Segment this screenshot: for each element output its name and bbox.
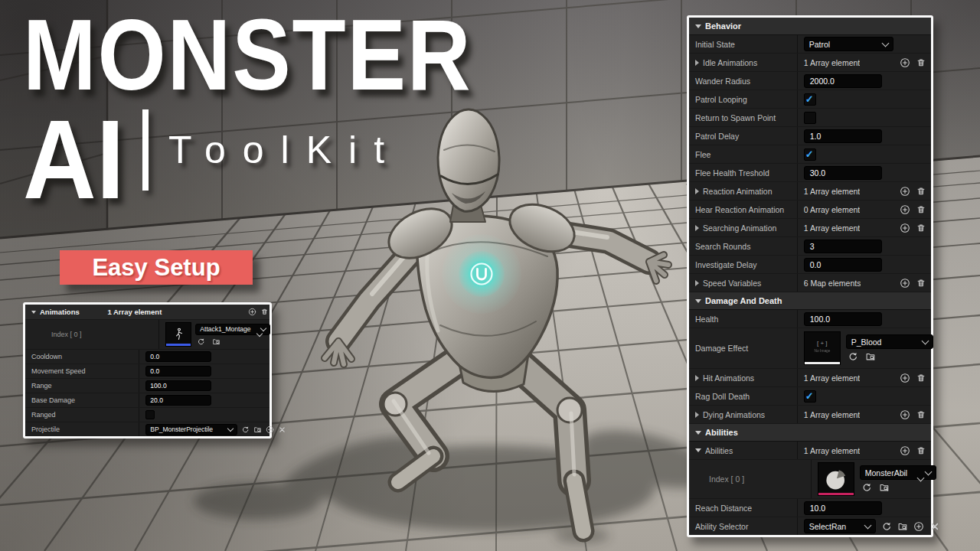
cooldown-input[interactable]: 0.0 — [145, 351, 211, 362]
row-ranged: Ranged — [25, 408, 270, 422]
row-speed-variables: Speed Variables 6 Map elements — [689, 274, 931, 292]
add-element-icon[interactable] — [248, 308, 256, 316]
movement-speed-label: Movement Speed — [31, 367, 86, 375]
return-to-spawn-label: Return to Spawn Point — [695, 113, 776, 122]
expander-collapsed-icon[interactable] — [695, 225, 699, 231]
animation-thumbnail[interactable] — [165, 322, 191, 347]
idle-animations-label: Idle Animations — [703, 58, 757, 67]
ability-thumbnail[interactable] — [818, 462, 854, 496]
delete-elements-icon[interactable] — [916, 204, 926, 215]
row-return-to-spawn: Return to Spawn Point — [689, 109, 931, 127]
expander-open-icon[interactable] — [695, 448, 701, 452]
expander-open-icon[interactable] — [31, 311, 36, 314]
expander-collapsed-icon[interactable] — [695, 412, 699, 418]
use-selected-asset-icon[interactable] — [881, 521, 892, 532]
dying-animations-count: 1 Array element — [804, 410, 861, 419]
row-ability-selector: Ability Selector SelectRan — [689, 517, 931, 535]
browse-asset-icon[interactable] — [897, 521, 908, 532]
ability-asset-value: MonsterAbil — [865, 468, 907, 478]
reaction-animation-label: Reaction Animation — [703, 187, 772, 196]
expander-open-icon[interactable] — [695, 431, 701, 435]
use-selected-asset-icon[interactable] — [241, 425, 250, 434]
investigate-delay-input[interactable]: 0.0 — [804, 258, 882, 272]
row-reaction-animation: Reaction Animation 1 Array element — [689, 182, 931, 201]
clear-icon[interactable] — [278, 425, 286, 434]
base-damage-label: Base Damage — [31, 396, 75, 404]
add-element-icon[interactable] — [900, 223, 910, 233]
add-element-icon[interactable] — [900, 278, 910, 289]
title-line2: AI — [23, 103, 124, 215]
hit-animations-label: Hit Animations — [703, 373, 754, 383]
abilities-array-count: 1 Array element — [804, 446, 861, 455]
health-input[interactable]: 100.0 — [804, 312, 882, 326]
clear-icon[interactable] — [929, 521, 940, 532]
hear-reaction-animation-count: 0 Array element — [804, 205, 861, 214]
initial-state-dropdown[interactable]: Patrol — [804, 37, 893, 51]
range-input[interactable]: 100.0 — [145, 380, 211, 391]
patrol-delay-label: Patrol Delay — [695, 132, 739, 141]
flee-checkbox[interactable] — [804, 148, 816, 161]
rag-doll-death-checkbox[interactable] — [804, 390, 816, 403]
delete-elements-icon[interactable] — [916, 409, 926, 420]
add-element-icon[interactable] — [900, 445, 910, 456]
chevron-down-icon — [260, 324, 266, 331]
expander-collapsed-icon[interactable] — [695, 60, 699, 66]
add-element-icon[interactable] — [900, 204, 910, 215]
expander-open-icon[interactable] — [695, 299, 701, 303]
use-selected-asset-icon[interactable] — [848, 351, 858, 362]
browse-asset-icon[interactable] — [879, 482, 890, 493]
damage-effect-dropdown[interactable]: P_Blood — [846, 334, 933, 349]
browse-asset-icon[interactable] — [212, 337, 220, 346]
delete-elements-icon[interactable] — [916, 186, 926, 197]
flee-health-treshold-input[interactable]: 30.0 — [804, 166, 882, 180]
ranged-checkbox[interactable] — [145, 410, 155, 419]
delete-elements-icon[interactable] — [916, 223, 926, 233]
browse-asset-icon[interactable] — [865, 351, 876, 362]
delete-elements-icon[interactable] — [260, 308, 269, 316]
ability-selector-value: SelectRan — [809, 522, 846, 531]
expander-collapsed-icon[interactable] — [695, 375, 699, 381]
add-icon[interactable] — [266, 425, 274, 434]
projectile-dropdown[interactable]: BP_MonsterProjectile — [145, 424, 237, 435]
ability-selector-label: Ability Selector — [695, 522, 748, 531]
damage-effect-value: P_Blood — [851, 337, 882, 347]
row-patrol-looping: Patrol Looping — [689, 90, 931, 109]
return-to-spawn-checkbox[interactable] — [804, 112, 816, 124]
reach-distance-input[interactable]: 10.0 — [804, 501, 882, 515]
expander-open-icon[interactable] — [695, 24, 701, 28]
initial-state-value: Patrol — [809, 40, 830, 49]
damage-effect-thumbnail[interactable]: [ + ] No Image — [804, 331, 841, 365]
browse-asset-icon[interactable] — [253, 425, 262, 434]
delete-elements-icon[interactable] — [916, 373, 926, 383]
add-icon[interactable] — [913, 521, 924, 532]
add-element-icon[interactable] — [900, 186, 910, 197]
title-block: MONSTER AI ToolKit — [23, 3, 501, 209]
row-dying-animations: Dying Animations 1 Array element — [689, 406, 931, 424]
delete-elements-icon[interactable] — [916, 278, 926, 289]
base-damage-input[interactable]: 20.0 — [145, 395, 211, 406]
delete-elements-icon[interactable] — [916, 445, 926, 456]
wander-radius-label: Wander Radius — [695, 77, 750, 86]
patrol-looping-checkbox[interactable] — [804, 93, 816, 106]
use-selected-asset-icon[interactable] — [197, 337, 205, 346]
search-rounds-input[interactable]: 3 — [804, 240, 882, 253]
use-selected-asset-icon[interactable] — [861, 482, 872, 493]
animation-pose-icon — [171, 326, 186, 343]
ability-selector-dropdown[interactable]: SelectRan — [804, 519, 876, 533]
asset-type-underline — [818, 493, 854, 495]
movement-speed-input[interactable]: 0.0 — [145, 366, 211, 377]
add-element-icon[interactable] — [900, 409, 910, 420]
expander-collapsed-icon[interactable] — [695, 188, 699, 194]
title-divider — [142, 109, 149, 191]
patrol-delay-input[interactable]: 1.0 — [804, 129, 882, 143]
projectile-value: BP_MonsterProjectile — [150, 425, 213, 433]
asset-type-underline — [805, 362, 840, 364]
idle-animations-count: 1 Array element — [804, 58, 861, 67]
expander-collapsed-icon[interactable] — [695, 280, 699, 286]
wander-radius-input[interactable]: 2000.0 — [804, 74, 882, 88]
row-reach-distance: Reach Distance 10.0 — [689, 499, 931, 517]
add-element-icon[interactable] — [900, 57, 910, 68]
add-element-icon[interactable] — [900, 373, 910, 383]
index-label: Index [ 0 ] — [51, 331, 82, 338]
delete-elements-icon[interactable] — [916, 57, 926, 68]
